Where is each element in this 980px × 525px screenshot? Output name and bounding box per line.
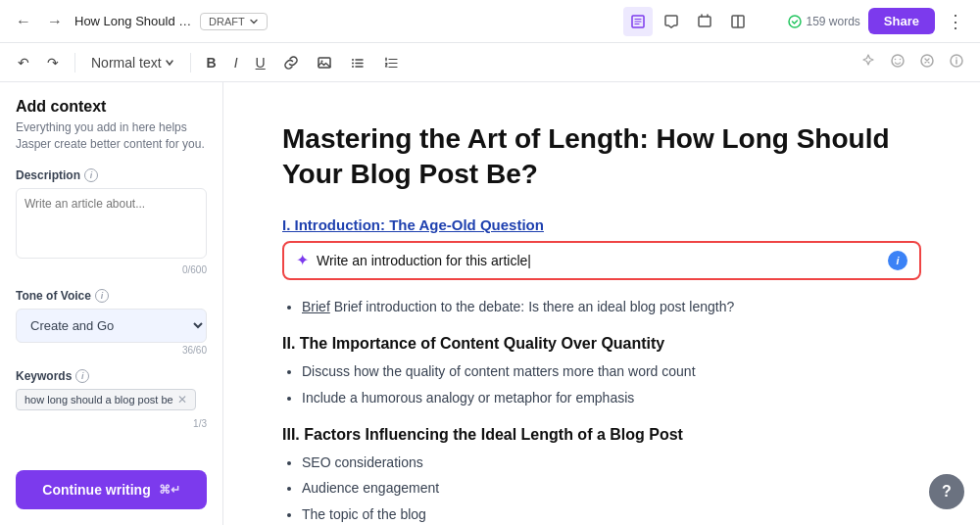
bullet-item: The topic of the blog <box>302 503 921 525</box>
command-info-icon: i <box>888 251 907 270</box>
bullet-item: SEO considerations <box>302 452 921 473</box>
section1-heading: I. Introduction: The Age-Old Question <box>282 216 921 233</box>
bullet-item: Audience engagement <box>302 477 921 499</box>
command-box[interactable]: ✦ i <box>282 241 921 280</box>
draft-badge[interactable]: DRAFT <box>200 13 268 30</box>
description-textarea[interactable] <box>16 188 207 259</box>
description-char-count: 0/600 <box>16 264 207 275</box>
section2-heading: II. The Importance of Content Quality Ov… <box>282 335 921 353</box>
edit-view-button[interactable] <box>623 7 653 36</box>
word-count: 159 words <box>788 15 859 28</box>
main-layout: Add context Everything you add in here h… <box>0 82 980 525</box>
description-label: Description i <box>16 168 207 182</box>
link-button[interactable] <box>277 51 305 74</box>
keywords-label: Keywords i <box>16 369 207 383</box>
help-button[interactable]: ? <box>929 474 964 509</box>
bullet-item: Brief Brief introduction to the debate: … <box>302 296 921 317</box>
bold-button[interactable]: B <box>201 51 222 74</box>
info-button[interactable] <box>945 49 968 75</box>
numbered-list-button[interactable] <box>377 51 405 74</box>
tone-char-count: 36/60 <box>16 345 207 356</box>
tone-label: Tone of Voice i <box>16 289 207 303</box>
bullet-list-button[interactable] <box>344 51 371 74</box>
comment-view-button[interactable] <box>657 7 686 36</box>
toolbar-right <box>857 49 968 75</box>
paragraph-style-button[interactable]: Normal text <box>85 51 180 74</box>
split-view-button[interactable] <box>723 7 753 36</box>
undo-button[interactable]: ↶ <box>12 51 35 74</box>
back-button[interactable]: ← <box>12 9 35 34</box>
section1-bullets: Brief Brief introduction to the debate: … <box>282 296 921 317</box>
toolbar: ↶ ↷ Normal text B I U <box>0 43 980 82</box>
svg-point-6 <box>352 59 354 61</box>
sidebar-heading: Add context <box>16 98 207 116</box>
svg-point-11 <box>900 59 902 61</box>
sidebar: Add context Everything you add in here h… <box>0 82 223 525</box>
document-title: How Long Should a Bl... <box>74 14 192 28</box>
underline-button[interactable]: U <box>250 51 271 74</box>
keywords-info-icon: i <box>75 369 89 383</box>
toolbar-separator <box>74 53 75 72</box>
image-button[interactable] <box>311 51 338 74</box>
description-info-icon: i <box>84 168 98 182</box>
command-input[interactable] <box>317 253 880 268</box>
redo-button[interactable]: ↷ <box>41 51 65 74</box>
more-options-button[interactable]: ⋮ <box>943 7 968 36</box>
section3-heading: III. Factors Influencing the Ideal Lengt… <box>282 426 921 444</box>
svg-point-10 <box>895 59 897 61</box>
view-icons <box>623 7 753 36</box>
bullet-item: Include a humorous analogy or metaphor f… <box>302 387 921 408</box>
svg-point-8 <box>352 66 354 68</box>
section2-bullets: Discuss how the quality of content matte… <box>282 360 921 408</box>
chevron-down-icon <box>165 58 174 68</box>
chevron-down-icon <box>249 17 259 26</box>
continue-shortcut: ⌘↵ <box>159 483 180 497</box>
svg-rect-1 <box>699 17 710 26</box>
svg-point-3 <box>789 16 801 27</box>
tone-info-icon: i <box>95 289 109 303</box>
share-button[interactable]: Share <box>868 8 935 34</box>
svg-point-7 <box>352 62 354 64</box>
emoji-button[interactable] <box>886 49 909 75</box>
continue-writing-button[interactable]: Continue writing ⌘↵ <box>16 470 207 509</box>
keywords-area: Keywords i how long should a blog post b… <box>16 369 207 429</box>
svg-point-5 <box>320 60 322 62</box>
article-title: Mastering the Art of Length: How Long Sh… <box>282 121 921 193</box>
top-bar: ← → How Long Should a Bl... DRAFT 159 wo… <box>0 0 980 43</box>
bullet-item: Discuss how the quality of content matte… <box>302 360 921 382</box>
keywords-count: 1/3 <box>16 418 207 429</box>
sparkle-icon: ✦ <box>296 251 309 269</box>
sidebar-subtitle: Everything you add in here helps Jasper … <box>16 119 207 153</box>
close-button[interactable] <box>915 49 939 75</box>
italic-button[interactable]: I <box>228 51 244 74</box>
section3-bullets: SEO considerations Audience engagement T… <box>282 452 921 525</box>
magic-button[interactable] <box>857 49 880 75</box>
keyword-remove-button[interactable]: ✕ <box>177 393 187 406</box>
content-area[interactable]: Mastering the Art of Length: How Long Sh… <box>223 82 980 525</box>
keyword-tag: how long should a blog post be ✕ <box>16 389 196 410</box>
svg-point-9 <box>892 55 904 67</box>
svg-point-14 <box>956 57 957 59</box>
preview-view-button[interactable] <box>690 7 719 36</box>
tone-select[interactable]: Create and Go <box>16 309 207 343</box>
forward-button[interactable]: → <box>43 9 67 34</box>
toolbar-separator-2 <box>190 53 191 72</box>
